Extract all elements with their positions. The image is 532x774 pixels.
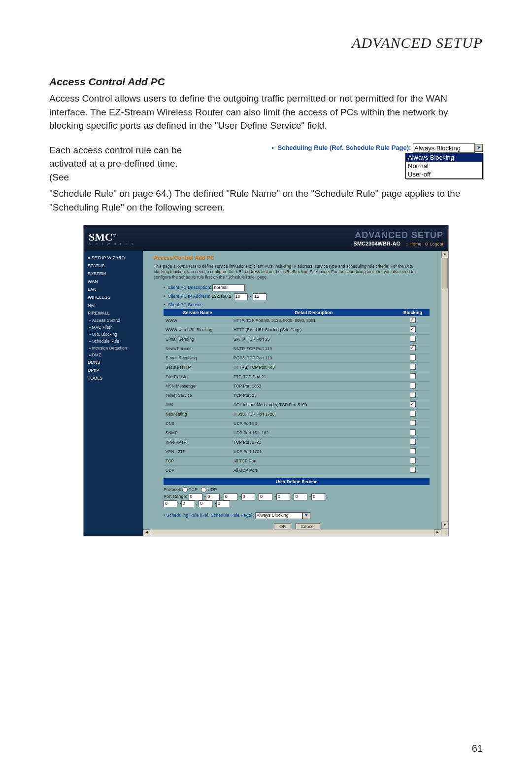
dropdown-option[interactable]: User-off: [406, 170, 482, 178]
blocking-cell: [396, 390, 430, 400]
nav-item[interactable]: WIRELESS: [84, 293, 143, 301]
horizontal-scrollbar[interactable]: ◄ ►: [143, 529, 441, 536]
col-blocking: Blocking: [396, 309, 430, 316]
blocking-checkbox[interactable]: [410, 373, 416, 379]
service-name-cell: DNS: [164, 419, 232, 428]
home-link[interactable]: ⌂ Home: [405, 242, 421, 246]
port-to-input[interactable]: 0: [181, 500, 195, 507]
blocking-checkbox[interactable]: [410, 439, 416, 445]
scroll-up-icon[interactable]: ▲: [441, 251, 448, 258]
table-row: Secure HTTPHTTPS, TCP Port 443: [164, 362, 430, 372]
client-ip-to-input[interactable]: 15: [253, 293, 266, 300]
service-detail-cell: FTP, TCP Port 21: [232, 372, 396, 381]
router-screenshot: SMC® N e t w o r k s ADVANCED SETUP SMC2…: [83, 225, 449, 536]
blocking-checkbox[interactable]: [410, 326, 416, 332]
panel-description: This page allows users to define service…: [154, 264, 430, 280]
vertical-scrollbar[interactable]: ▲ ▼: [441, 251, 448, 535]
scroll-thumb[interactable]: [442, 258, 448, 288]
service-detail-cell: All UDP Port: [232, 465, 396, 475]
nav-item[interactable]: UPnP: [84, 366, 143, 374]
nav-subitem[interactable]: URL Blocking: [84, 331, 143, 338]
blocking-checkbox[interactable]: [410, 392, 416, 398]
table-row: File TransferFTP, TCP Port 21: [164, 372, 430, 381]
port-from-input[interactable]: 0: [199, 500, 212, 507]
protocol-tcp-radio[interactable]: [182, 487, 188, 493]
port-to-input[interactable]: 0: [241, 493, 255, 500]
nav-item[interactable]: SYSTEM: [84, 270, 143, 278]
table-row: TCPAll TCP Port: [164, 456, 430, 465]
blocking-cell: [396, 325, 430, 334]
bullet-icon: •: [271, 144, 274, 151]
client-service-label: Client PC Service:: [168, 302, 204, 307]
protocol-udp-label: UDP: [207, 487, 217, 492]
dropdown-option[interactable]: Normal: [406, 162, 482, 170]
port-from-input[interactable]: 0: [294, 493, 307, 500]
blocking-checkbox[interactable]: [410, 317, 416, 323]
service-detail-cell: SMTP, TCP Port 25: [232, 334, 396, 344]
table-row: VPN-L2TPUDP Port 1701: [164, 447, 430, 456]
nav-subitem[interactable]: Intrusion Detection: [84, 345, 143, 352]
nav-subitem[interactable]: MAC Filter: [84, 324, 143, 331]
port-from-input[interactable]: 0: [189, 493, 202, 500]
port-from-input[interactable]: 0: [259, 493, 272, 500]
port-to-input[interactable]: 0: [276, 493, 290, 500]
nav-item[interactable]: LAN: [84, 285, 143, 293]
service-name-cell: E-mail Sending: [164, 334, 232, 344]
nav-item[interactable]: STATUS: [84, 262, 143, 270]
service-detail-cell: POP3, TCP Port 110: [232, 353, 396, 362]
sched-select[interactable]: Always Blocking: [255, 512, 302, 519]
blocking-checkbox[interactable]: [410, 429, 416, 435]
panel-heading: Access Control Add PC: [154, 255, 440, 261]
table-row: UDPAll UDP Port: [164, 465, 430, 475]
nav-subitem[interactable]: Schedule Rule: [84, 338, 143, 345]
port-from-input[interactable]: 0: [164, 500, 177, 507]
dropdown-option[interactable]: Always Blocking: [406, 153, 482, 162]
scroll-left-icon[interactable]: ◄: [143, 529, 150, 536]
blocking-checkbox[interactable]: [410, 401, 416, 407]
logout-link[interactable]: ⊖ Logout: [425, 242, 443, 246]
blocking-checkbox[interactable]: [410, 448, 416, 454]
service-detail-cell: NNTP, TCP Port 119: [232, 344, 396, 353]
blocking-checkbox[interactable]: [410, 354, 416, 360]
nav-item[interactable]: TOOLS: [84, 374, 143, 382]
scroll-right-icon[interactable]: ►: [434, 529, 441, 536]
nav-item[interactable]: FIREWALL: [84, 309, 143, 317]
table-row: VPN-PPTPTCP Port 1723: [164, 437, 430, 447]
nav-item[interactable]: DDNS: [84, 358, 143, 366]
service-name-cell: UDP: [164, 465, 232, 475]
nav-item[interactable]: WAN: [84, 278, 143, 285]
nav-subitem[interactable]: Access Control: [84, 317, 143, 324]
nav-item[interactable]: SETUP WIZARD: [84, 254, 143, 262]
service-name-cell: TCP: [164, 456, 232, 465]
blocking-cell: [396, 316, 430, 325]
blocking-checkbox[interactable]: [410, 336, 416, 342]
blocking-checkbox[interactable]: [410, 364, 416, 370]
client-desc-input[interactable]: normal: [212, 284, 245, 291]
table-row: Telnet ServiceTCP Port 23: [164, 390, 430, 400]
protocol-udp-radio[interactable]: [201, 487, 206, 493]
nav-item[interactable]: NAT: [84, 301, 143, 309]
blocking-checkbox[interactable]: [410, 420, 416, 426]
blocking-checkbox[interactable]: [410, 383, 416, 388]
blocking-checkbox[interactable]: [410, 467, 416, 473]
chevron-down-icon[interactable]: ▼: [302, 512, 310, 519]
service-detail-cell: HTTP (Ref. URL Blocking Site Page): [232, 325, 396, 334]
port-to-input[interactable]: 0: [216, 500, 230, 507]
dropdown-list: Always Blocking Normal User-off: [405, 153, 483, 179]
bullet-icon: •: [164, 302, 165, 307]
port-to-input[interactable]: 0: [206, 493, 220, 500]
nav-subitem[interactable]: DMZ: [84, 352, 143, 358]
bullet-icon: •: [164, 285, 165, 290]
port-from-input[interactable]: 0: [224, 493, 237, 500]
blocking-checkbox[interactable]: [410, 411, 416, 417]
blocking-checkbox[interactable]: [410, 457, 416, 463]
dropdown-selected[interactable]: Always Blocking: [413, 143, 475, 153]
port-to-input[interactable]: 0: [311, 493, 325, 500]
service-name-cell: VPN-L2TP: [164, 447, 232, 456]
chevron-down-icon[interactable]: ▼: [475, 144, 483, 152]
blocking-checkbox[interactable]: [410, 345, 416, 351]
client-ip-from-input[interactable]: 10: [234, 293, 248, 300]
client-ip-label: Client PC IP Address:: [168, 294, 210, 299]
blocking-cell: [396, 447, 430, 456]
scroll-down-icon[interactable]: ▼: [441, 522, 448, 529]
